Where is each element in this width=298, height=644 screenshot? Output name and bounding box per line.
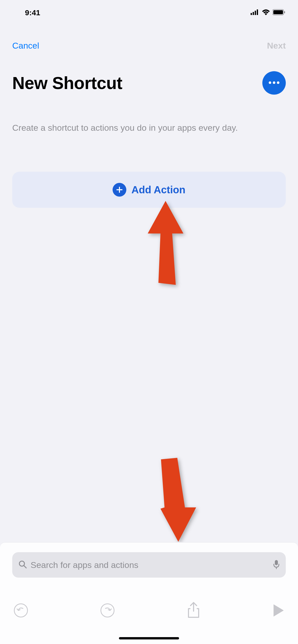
svg-rect-0 <box>251 13 252 15</box>
svg-marker-12 <box>148 201 183 285</box>
undo-button[interactable] <box>13 603 29 619</box>
svg-rect-11 <box>116 189 123 190</box>
svg-rect-2 <box>255 11 256 15</box>
add-action-label: Add Action <box>131 184 185 196</box>
search-input[interactable] <box>31 560 269 570</box>
svg-rect-16 <box>275 560 278 565</box>
plus-circle-icon <box>113 183 126 197</box>
cellular-icon <box>251 9 259 16</box>
svg-rect-1 <box>253 12 254 15</box>
search-icon <box>18 560 27 570</box>
wifi-icon <box>262 9 270 16</box>
svg-point-8 <box>273 81 275 84</box>
svg-point-9 <box>277 81 279 84</box>
svg-rect-3 <box>257 9 258 15</box>
page-title: New Shortcut <box>12 73 122 93</box>
status-indicators <box>251 9 285 16</box>
svg-marker-21 <box>274 604 284 617</box>
status-bar: 9:41 <box>0 0 298 25</box>
svg-marker-13 <box>160 458 196 542</box>
page-subtitle: Create a shortcut to actions you do in y… <box>12 122 286 134</box>
next-button[interactable]: Next <box>267 41 286 51</box>
svg-point-19 <box>101 604 114 617</box>
annotation-arrow-down <box>150 458 196 543</box>
redo-button[interactable] <box>100 603 115 619</box>
ellipsis-icon <box>268 81 280 85</box>
svg-point-7 <box>269 81 271 84</box>
play-button[interactable] <box>272 603 285 619</box>
annotation-arrow-up <box>148 201 194 288</box>
nav-bar: Cancel Next <box>0 41 298 51</box>
battery-icon <box>273 9 285 16</box>
share-button[interactable] <box>186 602 201 620</box>
add-action-button[interactable]: Add Action <box>12 172 286 208</box>
cancel-button[interactable]: Cancel <box>12 41 39 51</box>
search-bar[interactable] <box>12 552 286 578</box>
more-options-button[interactable] <box>262 71 286 95</box>
svg-point-18 <box>14 604 28 617</box>
svg-rect-6 <box>284 11 285 13</box>
svg-rect-5 <box>273 10 283 14</box>
home-indicator <box>119 637 179 639</box>
toolbar <box>0 596 298 626</box>
title-row: New Shortcut <box>0 71 298 95</box>
microphone-icon[interactable] <box>273 560 280 570</box>
bottom-panel <box>0 542 298 644</box>
status-time: 9:41 <box>25 8 40 17</box>
svg-line-15 <box>24 566 26 568</box>
